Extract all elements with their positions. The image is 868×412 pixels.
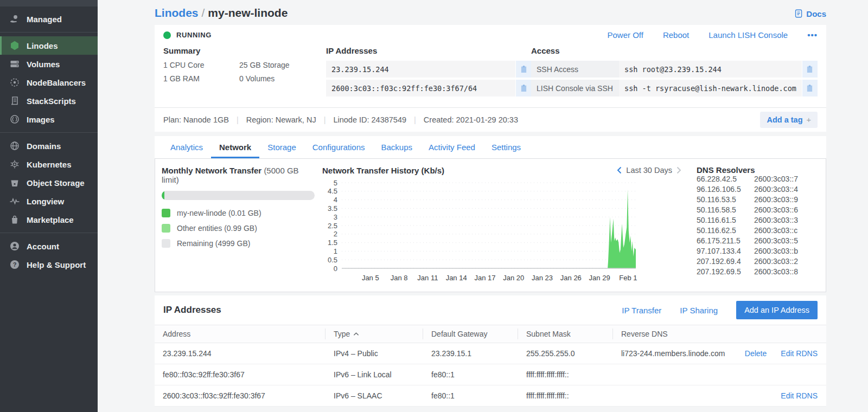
legend-chip-this-linode <box>162 209 170 217</box>
shopping-bag-icon <box>9 214 20 225</box>
chevron-left-icon[interactable] <box>617 166 622 174</box>
sidebar-item-images[interactable]: Images <box>0 110 98 128</box>
sidebar-item-account[interactable]: Account <box>0 237 98 255</box>
column-header-subnet[interactable]: Subnet Mask <box>518 329 613 339</box>
chevron-right-icon[interactable] <box>676 166 681 174</box>
sidebar-item-label: Kubernetes <box>27 160 72 169</box>
cell-address: 2600:3c03::f03c:92ff:fe30:3f67 <box>155 391 326 400</box>
more-actions-button[interactable]: ••• <box>807 30 818 40</box>
legend-label: Remaining (4999 GB) <box>177 239 250 248</box>
running-status-icon <box>163 31 171 39</box>
tab-settings[interactable]: Settings <box>483 136 529 158</box>
domains-icon <box>9 140 20 151</box>
tab-network[interactable]: Network <box>211 136 259 158</box>
sidebar-item-label: Volumes <box>27 60 60 69</box>
clipboard-icon <box>806 65 813 73</box>
sidebar-item-marketplace[interactable]: Marketplace <box>0 210 98 229</box>
delete-ip-link[interactable]: Delete <box>745 349 767 358</box>
dns-resolvers-list: 66.228.42.52600:3c03::7 96.126.106.52600… <box>697 174 820 277</box>
lish-ssh-label: LISH Console via SSH <box>531 80 619 96</box>
copy-lish-button[interactable] <box>802 80 818 96</box>
edit-rdns-link[interactable]: Edit RDNS <box>781 349 818 358</box>
cell-gateway: 23.239.15.1 <box>423 349 518 358</box>
ip-table: Address Type Default Gateway Subnet Mask… <box>155 325 826 407</box>
edit-rdns-link[interactable]: Edit RDNS <box>781 391 818 400</box>
spec-volumes: 0 Volumes <box>239 74 326 83</box>
power-off-button[interactable]: Power Off <box>607 30 643 40</box>
tab-backups[interactable]: Backups <box>373 136 421 158</box>
sidebar-item-label: Help & Support <box>27 260 86 269</box>
tab-configurations[interactable]: Configurations <box>304 136 373 158</box>
reboot-button[interactable]: Reboot <box>663 30 689 40</box>
transfer-progress-fill <box>162 191 164 200</box>
legend-chip-remaining <box>162 239 170 248</box>
tab-analytics[interactable]: Analytics <box>162 136 211 158</box>
copy-ipv6-button[interactable] <box>516 80 531 96</box>
ip-transfer-link[interactable]: IP Transfer <box>622 306 661 315</box>
sidebar-item-label: Domains <box>27 141 61 151</box>
add-ip-address-button[interactable]: Add an IP Address <box>736 301 818 319</box>
sidebar-item-label: Longview <box>27 197 64 206</box>
sidebar-item-linodes[interactable]: Linodes <box>0 36 98 55</box>
cell-address: fe80::f03c:92ff:fe30:3f67 <box>155 370 326 379</box>
sidebar-item-longview[interactable]: Longview <box>0 192 98 210</box>
sidebar-item-stackscripts[interactable]: StackScripts <box>0 92 98 110</box>
images-icon <box>9 114 20 125</box>
spec-storage: 25 GB Storage <box>239 61 326 69</box>
sidebar-item-label: Managed <box>27 15 62 24</box>
ipv4-address-value: 23.239.15.244 <box>326 61 515 78</box>
spec-ram: 1 GB RAM <box>163 74 239 83</box>
column-header-address[interactable]: Address <box>155 329 326 339</box>
pulse-icon <box>9 196 20 207</box>
copy-ipv4-button[interactable] <box>516 61 531 78</box>
add-tag-button[interactable]: Add a tag+ <box>760 112 818 128</box>
cell-address: 23.239.15.244 <box>155 349 326 358</box>
dns-row: 50.116.62.52600:3c03::c <box>697 226 820 236</box>
ip-addresses-title: IP Addresses <box>326 46 531 55</box>
sidebar-item-volumes[interactable]: Volumes <box>0 55 98 73</box>
cell-gateway: fe80::1 <box>423 391 518 400</box>
ipv6-address-value: 2600:3c03::f03c:92ff:fe30:3f67/64 <box>326 80 515 96</box>
legend-label: my-new-linode (0.01 GB) <box>177 209 261 217</box>
sidebar-item-domains[interactable]: Domains <box>0 137 98 155</box>
volumes-icon <box>9 59 20 69</box>
question-mark-icon: ? <box>9 259 20 270</box>
copy-ssh-button[interactable] <box>802 61 818 78</box>
docs-label: Docs <box>806 9 826 18</box>
column-header-type[interactable]: Type <box>326 329 423 339</box>
linode-summary-panel: RUNNING Power Off Reboot Launch LISH Con… <box>155 25 826 132</box>
monthly-transfer-title: Monthly Network Transfer (5000 GB limit) <box>162 166 315 184</box>
breadcrumb-linodes-link[interactable]: Linodes <box>155 7 199 19</box>
launch-lish-console-button[interactable]: Launch LISH Console <box>709 30 788 40</box>
breadcrumb-separator: / <box>202 7 205 19</box>
sidebar-item-object-storage[interactable]: Object Storage <box>0 173 98 192</box>
access-title: Access <box>531 46 818 55</box>
svg-text:Jan 11: Jan 11 <box>417 274 438 282</box>
ip-sharing-link[interactable]: IP Sharing <box>680 306 718 315</box>
sidebar-item-managed[interactable]: Managed <box>0 10 98 28</box>
svg-text:Jan 20: Jan 20 <box>503 274 524 282</box>
network-panel: Monthly Network Transfer (5000 GB limit)… <box>155 158 826 292</box>
date-range-control: Last 30 Days <box>617 166 681 175</box>
column-header-rdns[interactable]: Reverse DNS <box>613 329 826 339</box>
dns-row: 66.175.211.52600:3c03::5 <box>697 236 820 246</box>
tab-storage[interactable]: Storage <box>259 136 304 158</box>
sidebar-item-nodebalancers[interactable]: NodeBalancers <box>0 73 98 92</box>
meta-linode-id: Linode ID: 24387549 <box>333 115 406 124</box>
column-header-gateway[interactable]: Default Gateway <box>423 329 518 339</box>
svg-text:?: ? <box>13 261 17 268</box>
sidebar-divider <box>0 132 98 133</box>
sidebar-item-help[interactable]: ? Help & Support <box>0 255 98 274</box>
sidebar-item-kubernetes[interactable]: Kubernetes <box>0 155 98 173</box>
svg-text:Feb 1: Feb 1 <box>619 274 637 282</box>
svg-text:4.5: 4.5 <box>328 187 337 195</box>
svg-text:Jan 14: Jan 14 <box>446 274 467 282</box>
docs-link[interactable]: Docs <box>794 9 826 18</box>
ip-addresses-panel: IP Addresses IP Transfer IP Sharing Add … <box>155 295 826 407</box>
page-title: my-new-linode <box>208 7 288 19</box>
clipboard-icon <box>520 65 527 73</box>
sidebar-item-label: Images <box>27 115 55 124</box>
dns-row: 207.192.69.42600:3c03::2 <box>697 256 820 267</box>
sort-ascending-icon <box>353 332 359 336</box>
tab-activity-feed[interactable]: Activity Feed <box>420 136 483 158</box>
